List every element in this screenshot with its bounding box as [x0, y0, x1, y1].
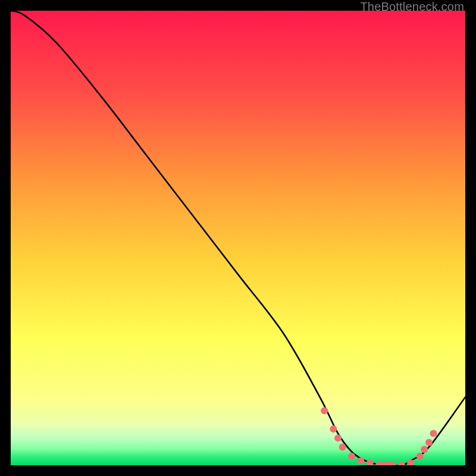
curve-marker: [330, 425, 337, 433]
curve-marker: [367, 459, 374, 465]
curve-marker: [425, 439, 433, 446]
curve-marker: [334, 434, 342, 441]
curve-marker: [357, 457, 364, 464]
attribution-text: TheBottleneck.com: [360, 0, 464, 14]
chart-svg: [11, 11, 465, 465]
chart-stage: TheBottleneck.com: [0, 0, 476, 476]
curve-marker: [407, 459, 414, 465]
plot-area: [11, 11, 465, 465]
curve-marker: [430, 430, 437, 437]
curve-marker: [339, 443, 346, 450]
bottleneck-curve: [11, 11, 465, 465]
curve-marker: [389, 462, 396, 465]
curve-marker: [416, 453, 424, 460]
marker-layer: [321, 407, 437, 465]
curve-marker: [421, 446, 428, 453]
curve-marker: [348, 453, 355, 460]
curve-marker: [321, 407, 328, 414]
curve-marker: [398, 462, 405, 465]
curve-layer: [11, 11, 465, 465]
